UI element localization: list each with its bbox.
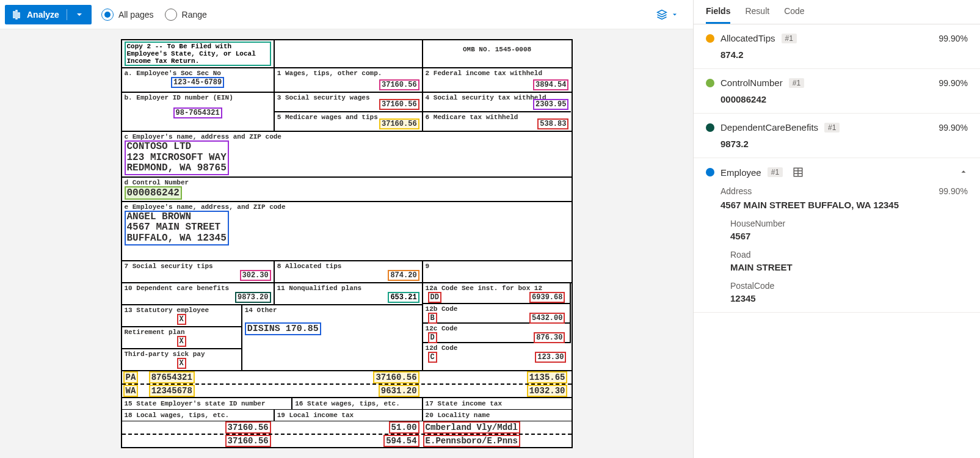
employee-sub-road: RoadMAIN STREET <box>730 250 968 272</box>
box16-label: 16 State wages, tips, etc. <box>295 400 400 407</box>
divider <box>67 9 67 20</box>
fields-list[interactable]: AllocatedTips#199.90%874.2ControlNumber#… <box>694 24 980 458</box>
employee-label: e Employee's name, address, and ZIP code <box>125 203 569 211</box>
box15-label: 15 State Employer's state ID number <box>125 400 266 407</box>
box2-value: 3894.54 <box>533 79 568 90</box>
employee-sub-housenumber: HouseNumber4567 <box>730 219 968 241</box>
field-name: ControlNumber <box>720 78 783 88</box>
box12b-amt: 5432.00 <box>529 313 565 324</box>
box3-value: 37160.56 <box>379 99 419 110</box>
ein-label: b. Employer ID number (EIN) <box>125 94 271 101</box>
main-panel: Analyze All pages Range <box>0 0 693 458</box>
field-dependentcare[interactable]: DependentCareBenefits#199.90%9873.2 <box>694 114 980 158</box>
chevron-down-icon <box>671 11 678 18</box>
layers-control[interactable] <box>656 9 688 20</box>
box8-label: 8 Allocated tips <box>277 263 419 270</box>
field-allocatedtips[interactable]: AllocatedTips#199.90%874.2 <box>694 24 980 69</box>
field-dot <box>706 123 714 132</box>
sub-label: PostalCode <box>730 281 968 291</box>
box7-value: 302.30 <box>240 270 271 281</box>
state2-tax: 1032.30 <box>527 385 568 397</box>
field-badge: #1 <box>824 123 840 133</box>
local2-wages: 37160.56 <box>225 435 271 447</box>
box12b-code: B <box>428 313 437 324</box>
box14-value: DISINS 170.85 <box>245 322 321 335</box>
field-controlnumber[interactable]: ControlNumber#199.90%000086242 <box>694 69 980 114</box>
box12d-label: 12d Code <box>426 344 569 352</box>
box12c-label: 12c Code <box>426 325 568 332</box>
field-value: 874.2 <box>720 49 968 60</box>
box13-ret-value: X <box>177 336 186 347</box>
tab-result[interactable]: Result <box>745 6 769 24</box>
omb-number: OMB NO. 1545-0008 <box>463 46 531 53</box>
box13-stat-value: X <box>177 314 186 325</box>
sub-value: 4567 <box>730 231 968 241</box>
layers-icon <box>656 9 667 20</box>
box13-sick-value: X <box>177 358 186 369</box>
employer-line3: REDMOND, WA 98765 <box>127 163 227 174</box>
document-page: Copy 2 -- To Be Filed with Employee's St… <box>121 39 573 448</box>
local2-name: E.Pennsboro/E.Pnns <box>423 435 520 447</box>
range-radio[interactable]: Range <box>165 9 207 21</box>
box12d-code: C <box>428 352 437 363</box>
box12c-code: D <box>428 332 437 343</box>
address-value: 4567 MAIN STREET BUFFALO, WA 12345 <box>720 200 968 210</box>
sub-label: HouseNumber <box>730 219 968 228</box>
field-employee[interactable]: Employee #1 Address 99.90% 4567 MAIN STR… <box>694 158 980 313</box>
all-pages-radio[interactable]: All pages <box>101 9 154 21</box>
toolbar: Analyze All pages Range <box>0 0 693 29</box>
control-value: 000086242 <box>125 186 182 200</box>
chevron-up-icon[interactable] <box>959 167 968 178</box>
state1: PA <box>123 371 139 383</box>
employee-line2: 4567 MAIN STREET <box>127 222 227 233</box>
field-name: DependentCareBenefits <box>720 122 818 133</box>
state2-id: 12345678 <box>149 385 195 397</box>
page-range-group: All pages Range <box>101 9 207 21</box>
box13-ret-label: Retirement plan <box>122 326 241 336</box>
box10-value: 9873.20 <box>235 292 270 303</box>
box18-label: 18 Local wages, tips, etc. <box>125 412 230 419</box>
box14-label: 14 Other <box>245 307 419 314</box>
sub-value: MAIN STREET <box>730 262 968 272</box>
address-conf: 99.90% <box>939 186 968 196</box>
local1-wages: 37160.56 <box>225 421 271 434</box>
employee-block: ANGEL BROWN 4567 MAIN STREET BUFFALO, WA… <box>125 211 229 245</box>
tab-code[interactable]: Code <box>784 6 804 24</box>
employee-sub-postalcode: PostalCode12345 <box>730 281 968 304</box>
control-label: d Control Number <box>125 179 569 186</box>
box20-label: 20 Locality name <box>426 412 490 419</box>
all-pages-label: All pages <box>118 10 154 20</box>
box5-value: 37160.56 <box>379 118 419 129</box>
box9-label: 9 <box>426 263 569 270</box>
box12b-label: 12b Code <box>426 305 568 313</box>
field-badge: #1 <box>782 34 797 43</box>
box12a-code: DD <box>428 292 441 303</box>
box6-value: 538.83 <box>537 118 568 129</box>
document-viewport[interactable]: Copy 2 -- To Be Filed with Employee's St… <box>0 29 693 458</box>
chevron-down-icon[interactable] <box>74 10 84 20</box>
box17-label: 17 State income tax <box>426 400 502 407</box>
box8-value: 874.20 <box>388 270 419 281</box>
tab-fields[interactable]: Fields <box>706 6 730 24</box>
state1-id: 87654321 <box>149 371 195 383</box>
field-confidence: 99.90% <box>939 123 968 133</box>
box2-label: 2 Federal income tax withheld <box>426 70 569 77</box>
address-label: Address <box>720 186 752 196</box>
radio-icon <box>165 9 177 21</box>
analyze-button[interactable]: Analyze <box>5 5 92 24</box>
box11-value: 653.21 <box>388 292 419 303</box>
employer-label: c Employer's name, address and ZIP code <box>125 133 569 140</box>
box19-label: 19 Local income tax <box>277 412 354 419</box>
state2-wages: 9631.20 <box>379 385 419 397</box>
box12d-amt: 123.30 <box>535 352 566 363</box>
employer-line2: 123 MICROSOFT WAY <box>127 153 227 164</box>
box4-value: 2303.95 <box>533 99 568 110</box>
box10-label: 10 Dependent care benefits <box>125 285 271 292</box>
field-dot <box>706 34 714 43</box>
field-badge: #1 <box>789 78 804 88</box>
ein-value: 98-7654321 <box>173 107 222 118</box>
box12c-amt: 876.30 <box>534 332 565 343</box>
table-icon <box>793 167 804 178</box>
employee-line1: ANGEL BROWN <box>127 212 227 223</box>
state1-tax: 1135.65 <box>527 371 568 383</box>
